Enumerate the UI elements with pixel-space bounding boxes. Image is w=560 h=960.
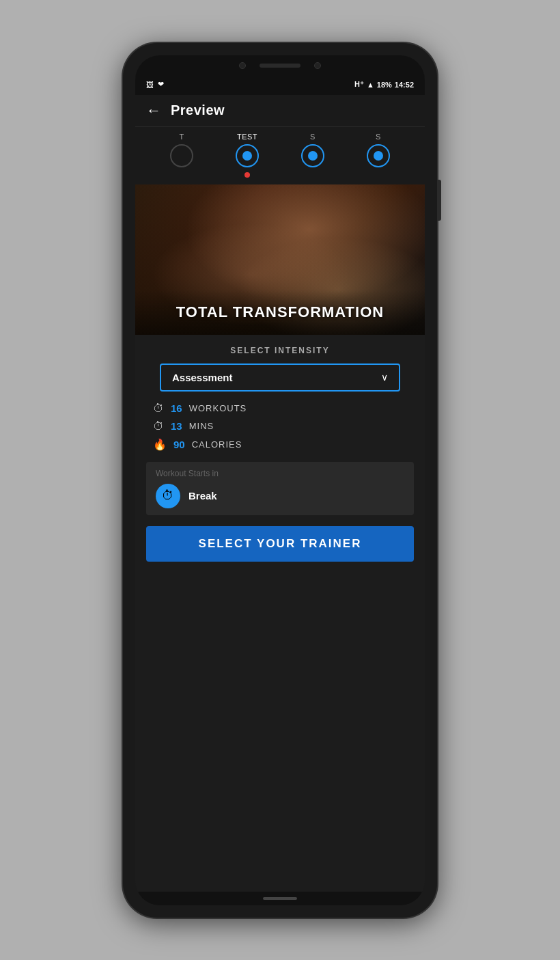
- signal-bars: ▲: [367, 81, 374, 89]
- phone-notch: [135, 55, 425, 73]
- break-label: Break: [188, 490, 217, 502]
- tab-bar: T TEST S S: [135, 127, 425, 184]
- sensor-dot: [314, 62, 321, 69]
- page-wrapper: 🖼 ❤ H⁺ ▲ 18% 14:52 ← Preview T: [0, 0, 560, 960]
- tab-TEST[interactable]: TEST: [236, 133, 259, 178]
- tab-S1-circle: [301, 144, 324, 167]
- workouts-number: 16: [171, 402, 182, 414]
- signal-text: H⁺: [354, 80, 364, 89]
- status-bar: 🖼 ❤ H⁺ ▲ 18% 14:52: [135, 73, 425, 95]
- battery-level: 18%: [377, 81, 392, 89]
- calories-number: 90: [173, 439, 185, 450]
- stat-calories: 🔥 90 CALORIES: [153, 438, 407, 451]
- workout-starts-section: Workout Starts in ⏱ Break: [146, 462, 414, 515]
- tab-T[interactable]: T: [170, 133, 193, 178]
- app-header: ← Preview: [135, 95, 425, 127]
- home-indicator-area: [135, 892, 425, 905]
- workouts-label: WORKOUTS: [189, 403, 247, 413]
- camera-dot: [239, 62, 246, 69]
- tab-S1-label: S: [310, 133, 316, 141]
- tab-T-label: T: [179, 133, 184, 141]
- hero-title: TOTAL TRANSFORMATION: [149, 303, 411, 321]
- time-display: 14:52: [395, 81, 414, 89]
- tab-S2-label: S: [376, 133, 381, 141]
- tab-TEST-label: TEST: [237, 133, 257, 141]
- phone-device: 🖼 ❤ H⁺ ▲ 18% 14:52 ← Preview T: [123, 43, 437, 918]
- mins-number: 13: [171, 420, 182, 432]
- back-button[interactable]: ←: [146, 102, 161, 120]
- intensity-value: Assessment: [172, 372, 232, 383]
- hero-image: TOTAL TRANSFORMATION: [135, 184, 425, 335]
- select-trainer-button[interactable]: SELECT YOUR TRAINER: [146, 526, 414, 562]
- intensity-label: SELECT INTENSITY: [146, 346, 414, 355]
- break-icon: ⏱: [156, 484, 180, 508]
- break-row: ⏱ Break: [156, 484, 404, 508]
- tab-TEST-circle: [236, 144, 259, 167]
- hero-overlay: TOTAL TRANSFORMATION: [135, 290, 425, 335]
- speaker-grill: [260, 64, 300, 68]
- tab-S2-circle: [367, 144, 390, 167]
- chevron-down-icon: ∨: [381, 372, 388, 383]
- notification-icon: 🖼: [146, 81, 154, 89]
- tab-S2[interactable]: S: [367, 133, 390, 178]
- tab-T-circle: [170, 144, 193, 167]
- status-left-icons: 🖼 ❤: [146, 80, 164, 89]
- tab-S1[interactable]: S: [301, 133, 324, 178]
- phone-screen: 🖼 ❤ H⁺ ▲ 18% 14:52 ← Preview T: [135, 55, 425, 905]
- screen-title: Preview: [171, 102, 225, 118]
- stats-list: ⏱ 16 WORKOUTS ⏱ 13 MINS 🔥 90 CALORIES: [146, 400, 414, 454]
- home-indicator: [263, 897, 297, 900]
- notification-icon-2: ❤: [158, 80, 164, 89]
- fire-icon: 🔥: [153, 438, 167, 451]
- clock-icon: ⏱: [153, 420, 164, 433]
- selected-indicator-dot: [244, 172, 250, 178]
- stat-workouts: ⏱ 16 WORKOUTS: [153, 402, 407, 415]
- workout-starts-label: Workout Starts in: [156, 469, 404, 478]
- stat-mins: ⏱ 13 MINS: [153, 420, 407, 433]
- mins-label: MINS: [189, 421, 214, 431]
- content-area: SELECT INTENSITY Assessment ∨ ⏱ 16 WORKO…: [135, 335, 425, 892]
- status-right: H⁺ ▲ 18% 14:52: [354, 80, 414, 89]
- timer-icon: ⏱: [153, 402, 164, 415]
- intensity-dropdown[interactable]: Assessment ∨: [160, 364, 400, 392]
- calories-label: CALORIES: [192, 439, 242, 450]
